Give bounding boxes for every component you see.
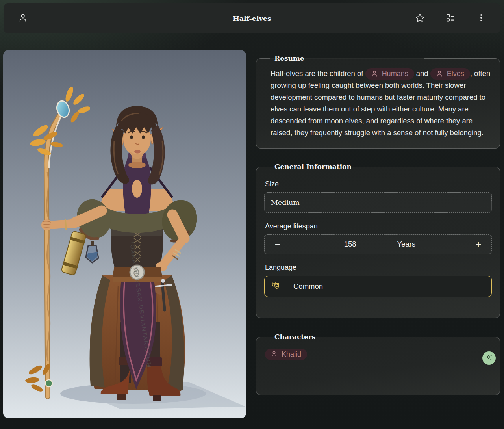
page-title: Half-elves <box>233 15 271 22</box>
size-input[interactable]: Medium <box>264 192 492 213</box>
chip-label: Elves <box>447 69 464 78</box>
more-options-button[interactable] <box>473 11 489 26</box>
profile-button[interactable] <box>15 11 31 26</box>
language-value: Common <box>293 282 323 291</box>
stepper-divider-right <box>467 240 467 249</box>
top-bar: Half-elves <box>4 3 500 33</box>
lifespan-label: Average lifespan <box>265 222 492 230</box>
language-input[interactable]: Common <box>264 276 492 297</box>
stepper-divider-left <box>289 240 289 249</box>
theater-masks-icon <box>271 280 281 293</box>
details-column: Resume Half-elves are the children of Hu… <box>256 54 500 395</box>
link-chip-elves[interactable]: Elves <box>430 68 470 80</box>
lifespan-value[interactable]: 158 <box>344 240 356 249</box>
characters-legend: Characters <box>270 333 424 341</box>
increment-button[interactable]: + <box>472 236 485 252</box>
ai-generate-button[interactable] <box>482 351 496 365</box>
resume-intro: Half-elves are the children of <box>271 69 363 78</box>
resume-legend: Resume <box>270 54 424 62</box>
chip-label: Khalid <box>282 350 301 358</box>
view-layout-button[interactable] <box>443 11 458 26</box>
list-details-icon <box>445 13 456 24</box>
user-icon <box>270 350 278 358</box>
lifespan-unit: Years <box>397 240 416 249</box>
resume-text: Half-elves are the children of Humans an… <box>271 68 491 139</box>
characters-section: Characters Khalid <box>256 333 500 395</box>
language-label: Language <box>265 264 492 272</box>
language-divider <box>287 281 287 292</box>
species-image[interactable]: IOANA-MURESAN.DEVIANTART.COM <box>3 50 246 418</box>
kebab-menu-icon <box>476 13 486 24</box>
resume-conjunction: and <box>416 69 428 78</box>
resume-section: Resume Half-elves are the children of Hu… <box>256 54 500 149</box>
size-label: Size <box>265 180 492 188</box>
characters-list: Khalid <box>265 349 492 360</box>
star-icon <box>415 13 425 24</box>
lifespan-stepper[interactable]: − 158 Years + <box>264 234 492 254</box>
general-information-section: General Information Size Medium Average … <box>256 163 500 318</box>
decrement-button[interactable]: − <box>271 236 284 252</box>
sparkles-icon <box>485 353 493 363</box>
general-information-legend: General Information <box>270 163 424 171</box>
size-value: Medium <box>271 199 300 206</box>
favorite-button[interactable] <box>412 11 428 26</box>
user-icon <box>435 70 443 78</box>
link-chip-humans[interactable]: Humans <box>365 68 414 80</box>
character-chip-khalid[interactable]: Khalid <box>265 349 307 360</box>
user-icon <box>18 13 28 24</box>
user-icon <box>371 70 378 78</box>
topbar-actions <box>412 11 489 26</box>
resume-body: , often growing up feeling caught betwee… <box>271 69 490 137</box>
general-information-body: Size Medium Average lifespan − 158 Years… <box>264 172 492 310</box>
chip-label: Humans <box>382 69 408 78</box>
